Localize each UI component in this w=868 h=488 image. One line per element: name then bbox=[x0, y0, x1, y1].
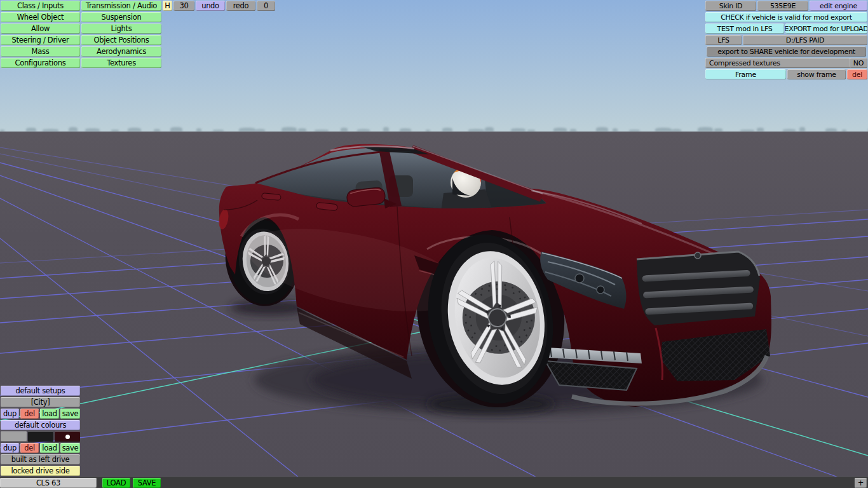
skin-id-value[interactable]: 535E9E bbox=[757, 1, 808, 11]
menu-lights[interactable]: Lights bbox=[81, 24, 161, 34]
colour-swatch-2[interactable] bbox=[28, 431, 53, 442]
edit-engine-button[interactable]: edit engine bbox=[810, 1, 867, 11]
default-colours-button[interactable]: default colours bbox=[1, 420, 80, 430]
test-mod-button[interactable]: TEST mod in LFS bbox=[705, 24, 784, 34]
vehicle-name-button[interactable]: CLS 63 bbox=[0, 478, 97, 488]
check-vehicle-button[interactable]: CHECK if vehicle is valid for mod export bbox=[705, 12, 867, 22]
save-button[interactable]: SAVE bbox=[133, 478, 161, 488]
viewport-3d[interactable]: Class / Inputs Wheel Object Allow Steeri… bbox=[0, 0, 868, 488]
add-button[interactable]: + bbox=[855, 478, 867, 488]
colour-load-button[interactable]: load bbox=[40, 443, 59, 453]
skin-id-label[interactable]: Skin ID bbox=[705, 1, 756, 11]
colour-save-button[interactable]: save bbox=[60, 443, 80, 453]
frame-del-button[interactable]: del bbox=[847, 69, 867, 79]
frame-button[interactable]: Frame bbox=[705, 69, 786, 79]
setup-del-button[interactable]: del bbox=[20, 409, 39, 419]
undo-button[interactable]: undo bbox=[196, 1, 225, 11]
built-drive-side-button[interactable]: built as left drive bbox=[1, 454, 80, 464]
colour-swatch-3[interactable] bbox=[55, 431, 80, 442]
show-frame-button[interactable]: show frame bbox=[787, 69, 846, 79]
h-toggle[interactable]: H bbox=[163, 1, 172, 11]
setup-dup-button[interactable]: dup bbox=[1, 409, 19, 419]
menu-steering-driver[interactable]: Steering / Driver bbox=[1, 35, 80, 45]
default-setups-button[interactable]: default setups bbox=[1, 386, 80, 396]
menu-wheel-object[interactable]: Wheel Object bbox=[1, 12, 80, 22]
setup-name-button[interactable]: [City] bbox=[1, 397, 80, 407]
share-export-button[interactable]: export to SHARE vehicle for development bbox=[707, 46, 866, 57]
compressed-textures-label[interactable]: Compressed textures bbox=[705, 58, 852, 68]
lfs-button[interactable]: LFS bbox=[705, 35, 742, 45]
locked-drive-side-button[interactable]: locked drive side bbox=[1, 466, 80, 476]
menu-mass[interactable]: Mass bbox=[1, 46, 80, 57]
menu-suspension[interactable]: Suspension bbox=[81, 12, 161, 22]
setup-save-button[interactable]: save bbox=[60, 409, 80, 419]
menu-configurations[interactable]: Configurations bbox=[1, 58, 80, 68]
undo-counter[interactable]: 0 bbox=[257, 1, 275, 11]
h-value[interactable]: 30 bbox=[173, 1, 194, 11]
load-button[interactable]: LOAD bbox=[102, 478, 130, 488]
menu-transmission-audio[interactable]: Transmission / Audio bbox=[81, 1, 161, 11]
bottom-bar: CLS 63 LOAD SAVE + bbox=[0, 477, 868, 488]
menu-object-positions[interactable]: Object Positions bbox=[81, 35, 161, 45]
export-mod-button[interactable]: EXPORT mod for UPLOAD bbox=[785, 24, 867, 34]
compressed-textures-toggle[interactable]: NO bbox=[850, 58, 867, 68]
redo-button[interactable]: redo bbox=[226, 1, 255, 11]
menu-allow[interactable]: Allow bbox=[1, 24, 80, 34]
menu-aerodynamics[interactable]: Aerodynamics bbox=[81, 46, 161, 57]
lfs-path-button[interactable]: D:/LFS PAID bbox=[743, 35, 867, 45]
menu-class-inputs[interactable]: Class / Inputs bbox=[1, 1, 80, 11]
selected-colour-dot bbox=[65, 435, 70, 439]
colour-dup-button[interactable]: dup bbox=[1, 443, 19, 453]
setup-load-button[interactable]: load bbox=[40, 409, 59, 419]
menu-textures[interactable]: Textures bbox=[81, 58, 161, 68]
colour-swatch-1[interactable] bbox=[1, 431, 27, 442]
colour-del-button[interactable]: del bbox=[20, 443, 39, 453]
